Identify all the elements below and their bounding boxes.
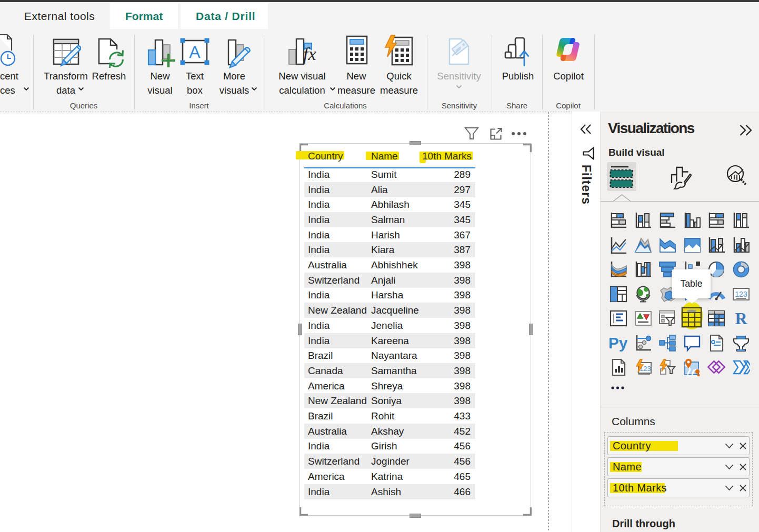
svg-text:123: 123: [735, 290, 747, 298]
svg-text:Py: Py: [610, 334, 627, 352]
svg-text:A: A: [189, 43, 201, 62]
svg-text:fx: fx: [303, 44, 316, 64]
svg-text:R: R: [735, 309, 747, 327]
